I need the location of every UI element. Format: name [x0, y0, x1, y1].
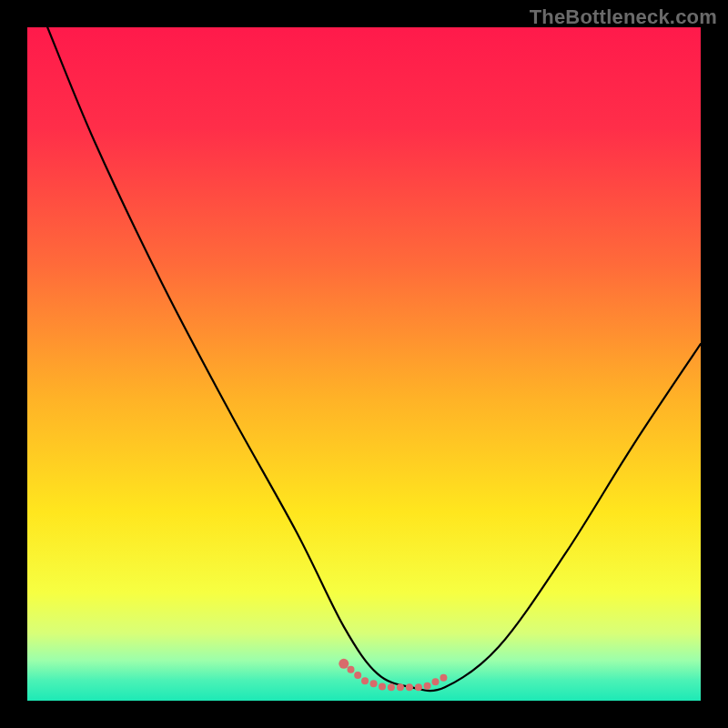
curve-layer [27, 27, 701, 701]
optimal-region-dot [406, 683, 413, 691]
optimal-region-dot [370, 680, 378, 687]
optimal-region-dot [379, 682, 386, 690]
optimal-region-dot [424, 682, 431, 690]
watermark-text: TheBottleneck.com [530, 5, 717, 29]
optimal-region-dot [354, 672, 361, 679]
bottleneck-curve [47, 27, 701, 691]
optimal-region-dot [347, 666, 354, 673]
optimal-region-dots [339, 659, 447, 691]
optimal-region-dot [340, 660, 348, 667]
optimal-region-dot [431, 678, 439, 685]
optimal-region-dot [440, 674, 447, 682]
optimal-region-dot [361, 677, 369, 684]
outer-black-frame: TheBottleneck.com [0, 0, 728, 728]
optimal-region-dot [388, 683, 395, 691]
optimal-region-dot [415, 683, 422, 691]
optimal-region-dot [397, 683, 404, 691]
plot-area [27, 27, 701, 701]
